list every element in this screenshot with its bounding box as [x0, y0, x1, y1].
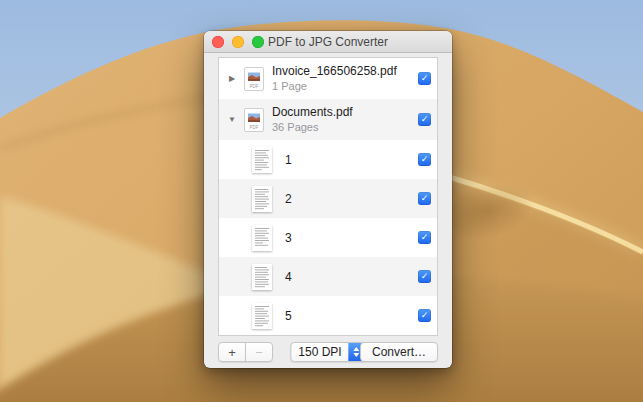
- page-number: 4: [285, 270, 292, 284]
- traffic-lights: [212, 36, 264, 48]
- add-file-button[interactable]: +: [218, 342, 246, 362]
- file-row-documents[interactable]: ▼ PDF Documents.pdf 36 Pages ✓: [219, 99, 437, 140]
- titlebar[interactable]: PDF to JPG Converter: [204, 31, 452, 53]
- file-list: ▶ PDF Invoice_166506258.pdf 1 Page ✓ ▼: [218, 57, 438, 336]
- file-info: Documents.pdf 36 Pages: [272, 105, 353, 134]
- file-checkbox[interactable]: ✓: [418, 113, 431, 126]
- page-checkbox[interactable]: ✓: [418, 153, 431, 166]
- file-page-count: 1 Page: [272, 80, 397, 93]
- svg-text:PDF: PDF: [250, 84, 259, 89]
- page-thumbnail: [252, 264, 272, 290]
- dpi-value: 150 DPI: [291, 343, 348, 361]
- add-remove-segment: + −: [218, 342, 273, 362]
- page-checkbox[interactable]: ✓: [418, 309, 431, 322]
- page-row-1[interactable]: 1 ✓: [219, 140, 437, 179]
- file-info: Invoice_166506258.pdf 1 Page: [272, 64, 397, 93]
- file-name: Invoice_166506258.pdf: [272, 64, 397, 78]
- page-row-3[interactable]: 3 ✓: [219, 218, 437, 257]
- stepper-up-icon: [354, 347, 360, 351]
- page-number: 1: [285, 153, 292, 167]
- zoom-button[interactable]: [252, 36, 264, 48]
- page-checkbox[interactable]: ✓: [418, 231, 431, 244]
- convert-button[interactable]: Convert…: [360, 342, 438, 362]
- window-title: PDF to JPG Converter: [268, 35, 388, 49]
- bottom-toolbar: + − 150 DPI Convert…: [218, 342, 438, 362]
- app-window: PDF to JPG Converter ▶ PDF Invoice_16650…: [204, 31, 452, 368]
- pdf-file-icon: PDF: [244, 108, 264, 132]
- svg-text:PDF: PDF: [250, 125, 259, 130]
- file-page-count: 36 Pages: [272, 121, 353, 134]
- page-row-5[interactable]: 5 ✓: [219, 296, 437, 335]
- page-thumbnail: [252, 303, 272, 329]
- close-button[interactable]: [212, 36, 224, 48]
- stepper-down-icon: [354, 353, 360, 357]
- minimize-button[interactable]: [232, 36, 244, 48]
- page-checkbox[interactable]: ✓: [418, 192, 431, 205]
- disclosure-expanded-icon[interactable]: ▼: [226, 115, 238, 124]
- disclosure-collapsed-icon[interactable]: ▶: [226, 74, 238, 83]
- file-name: Documents.pdf: [272, 105, 353, 119]
- page-thumbnail: [252, 186, 272, 212]
- page-thumbnail: [252, 225, 272, 251]
- page-number: 5: [285, 309, 292, 323]
- remove-file-button[interactable]: −: [245, 342, 273, 362]
- page-number: 3: [285, 231, 292, 245]
- page-row-2[interactable]: 2 ✓: [219, 179, 437, 218]
- page-number: 2: [285, 192, 292, 206]
- page-checkbox[interactable]: ✓: [418, 270, 431, 283]
- pdf-file-icon: PDF: [244, 67, 264, 91]
- page-row-4[interactable]: 4 ✓: [219, 257, 437, 296]
- dpi-popup[interactable]: 150 DPI: [290, 342, 365, 362]
- file-row-invoice[interactable]: ▶ PDF Invoice_166506258.pdf 1 Page ✓: [219, 58, 437, 99]
- page-thumbnail: [252, 147, 272, 173]
- file-checkbox[interactable]: ✓: [418, 72, 431, 85]
